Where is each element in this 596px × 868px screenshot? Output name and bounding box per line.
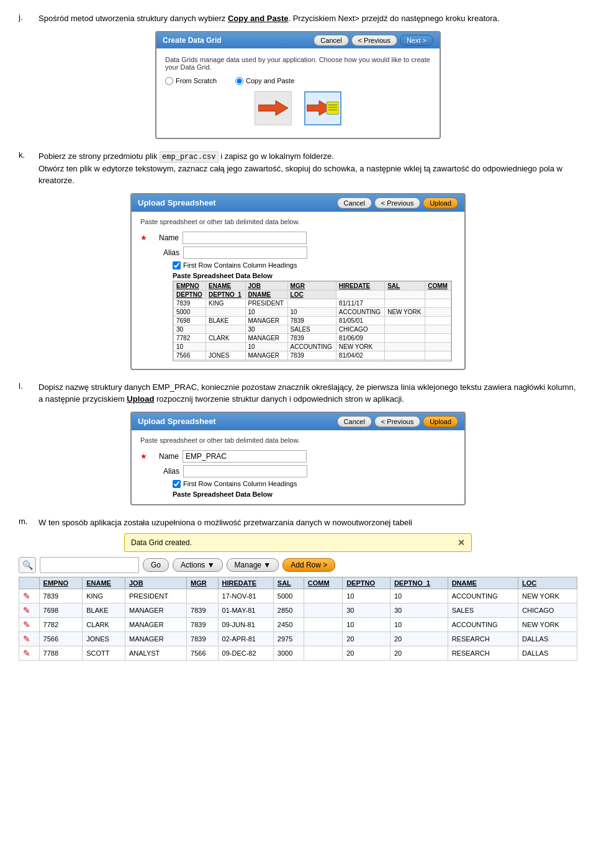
row4-sal: 2975 [273, 632, 304, 646]
section-l-text: Dopisz nazwę struktury danych EMP_PRAC, … [38, 381, 577, 405]
name-input-1[interactable] [183, 232, 307, 244]
from-scratch-radio[interactable] [165, 77, 173, 85]
table-row: 1010ACCOUNTINGNEW YORK [174, 342, 451, 351]
first-row-checkbox-2[interactable] [173, 480, 181, 488]
table-row: ✎ 7839 KING PRESIDENT 17-NOV-81 5000 10 … [19, 589, 577, 604]
ename-header[interactable]: ENAME [83, 577, 125, 589]
row4-mgr: 7839 [187, 632, 218, 646]
upload-btn-1[interactable]: Upload [423, 197, 458, 209]
row2-hiredate: 01-MAY-81 [218, 604, 273, 618]
main-data-table: EMPNO ENAME JOB MGR HIREDATE SAL COMM DE… [19, 577, 577, 661]
comm-header[interactable]: COMM [304, 577, 342, 589]
row3-loc: NEW YORK [518, 618, 577, 632]
edit-icon-3[interactable]: ✎ [23, 620, 30, 630]
col-empno: EMPNO [174, 281, 206, 290]
row3-sal: 2450 [273, 618, 304, 632]
table-row: ✎ 7566 JONES MANAGER 7839 02-APR-81 2975… [19, 632, 577, 646]
filename-code: emp_prac.csv [160, 151, 218, 163]
from-scratch-option[interactable]: From Scratch [165, 77, 217, 85]
close-notification-button[interactable]: ✕ [458, 538, 465, 548]
search-icon-button[interactable]: 🔍 [19, 557, 36, 573]
section-k-letter: k. [19, 150, 31, 187]
row2-empno: 7698 [39, 604, 83, 618]
col-job: JOB [245, 281, 287, 290]
edit-icon-4[interactable]: ✎ [23, 634, 30, 644]
row1-mgr [187, 589, 218, 604]
table-row: 2975 [174, 359, 451, 361]
data-grid-scroll-1[interactable]: EMPNO ENAME JOB MGR HIREDATE SAL COMM DE… [173, 281, 451, 361]
copy-paste-icon-box [304, 91, 341, 125]
row4-deptno1: 20 [390, 632, 448, 646]
row5-sal: 3000 [273, 646, 304, 661]
col-hiredate: HIREDATE [336, 281, 384, 290]
job-header[interactable]: JOB [125, 577, 187, 589]
name-input-2[interactable] [183, 450, 307, 463]
section-l-letter: l. [19, 381, 31, 405]
upload-title-1: Upload Spreadsheet [138, 198, 216, 207]
dialog-header: Create Data Grid Cancel < Previous Next … [156, 32, 440, 48]
section-k: k. Pobierz ze strony przedmiotu plik emp… [19, 150, 577, 370]
upload-previous-btn-2[interactable]: < Previous [374, 416, 420, 427]
row1-job: PRESIDENT [125, 589, 187, 604]
deptno-header[interactable]: DEPTNO [343, 577, 391, 589]
table-row: 7698BLAKEMANAGER783981/05/01 [174, 316, 451, 325]
cancel-button[interactable]: Cancel [314, 35, 348, 46]
row5-job: ANALYST [125, 646, 187, 661]
row5-deptno: 20 [343, 646, 391, 661]
upload-btn-2[interactable]: Upload [423, 416, 458, 427]
row1-deptno1: 10 [390, 589, 448, 604]
row3-mgr: 7839 [187, 618, 218, 632]
copy-paste-radio[interactable] [235, 77, 243, 85]
section-j: j. Spośród metod utworzenia struktury da… [19, 12, 577, 139]
section-m-letter: m. [19, 517, 31, 529]
name-row-2: ★ Name [140, 450, 456, 463]
loc-header[interactable]: LOC [518, 577, 577, 589]
svg-marker-0 [258, 101, 288, 115]
next-button[interactable]: Next > [400, 35, 433, 46]
row5-deptno1: 20 [390, 646, 448, 661]
upload-cancel-btn-2[interactable]: Cancel [337, 416, 372, 427]
copy-paste-label: Copy and Paste [246, 77, 294, 84]
edit-icon-2[interactable]: ✎ [23, 605, 30, 615]
hiredate-header[interactable]: HIREDATE [218, 577, 273, 589]
row2-comm [304, 604, 342, 618]
row5-empno: 7788 [39, 646, 83, 661]
row3-hiredate: 09-JUN-81 [218, 618, 273, 632]
manage-button[interactable]: Manage ▼ [227, 558, 279, 572]
row2-ename: BLAKE [83, 604, 125, 618]
add-row-button[interactable]: Add Row > [282, 558, 335, 572]
alias-input-1[interactable] [183, 246, 307, 259]
paste-data-area-1[interactable]: EMPNO ENAME JOB MGR HIREDATE SAL COMM DE… [173, 281, 452, 361]
previous-button[interactable]: < Previous [351, 35, 397, 46]
table-row: 7782CLARKMANAGER783981/06/09 [174, 333, 451, 342]
row2-deptno: 30 [343, 604, 391, 618]
upload-desc-1: Paste spreadsheet or other tab delimited… [140, 218, 456, 225]
deptno1-header[interactable]: DEPTNO_1 [390, 577, 448, 589]
upload-cancel-btn-1[interactable]: Cancel [337, 197, 372, 209]
col-deptno1: DEPTNO_1 [206, 290, 245, 299]
alias-input-2[interactable] [183, 465, 307, 477]
upload-previous-btn-1[interactable]: < Previous [374, 197, 420, 209]
dname-header[interactable]: DNAME [448, 577, 518, 589]
first-row-checkbox-1[interactable] [173, 261, 181, 269]
mgr-header[interactable]: MGR [187, 577, 218, 589]
go-button[interactable]: Go [143, 558, 169, 572]
edit-icon-1[interactable]: ✎ [23, 591, 30, 601]
upload-title-2: Upload Spreadsheet [138, 417, 216, 426]
empno-header[interactable]: EMPNO [39, 577, 83, 589]
row4-empno: 7566 [39, 632, 83, 646]
notification-bar: Data Grid created. ✕ [124, 533, 472, 552]
alias-label-1: Alias [151, 248, 179, 257]
row5-hiredate: 09-DEC-82 [218, 646, 273, 661]
edit-icon-5[interactable]: ✎ [23, 648, 30, 658]
arrow-icon-1 [258, 96, 288, 120]
sal-header[interactable]: SAL [273, 577, 304, 589]
copy-paste-option[interactable]: Copy and Paste [235, 77, 294, 85]
row2-mgr: 7839 [187, 604, 218, 618]
row5-mgr: 7566 [187, 646, 218, 661]
actions-button[interactable]: Actions ▼ [173, 558, 223, 572]
radio-group: From Scratch Copy and Paste [165, 77, 431, 85]
table-row: ✎ 7782 CLARK MANAGER 7839 09-JUN-81 2450… [19, 618, 577, 632]
search-input[interactable] [40, 557, 139, 573]
row4-loc: DALLAS [518, 632, 577, 646]
